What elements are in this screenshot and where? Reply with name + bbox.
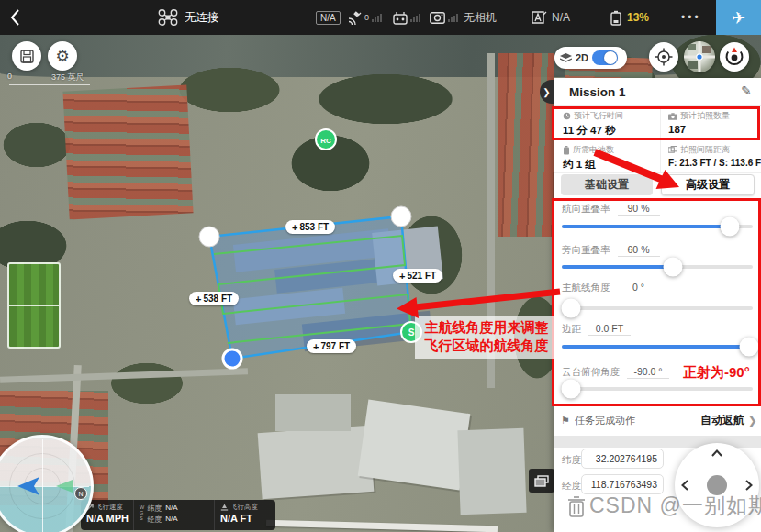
battery-icon	[563, 146, 570, 155]
back-button[interactable]	[9, 0, 20, 35]
edge-distance-label: +853 FT	[285, 220, 335, 234]
minimap-button[interactable]	[684, 41, 715, 72]
polygon-vertex-handle[interactable]	[199, 227, 219, 247]
slider-row-route-angle: 主航线角度 0 °	[562, 281, 753, 294]
svg-text:S: S	[408, 327, 415, 338]
mission-header: Mission 1 ✎	[554, 78, 761, 106]
course-overlap-slider[interactable]	[562, 225, 753, 228]
map-2d-toggle[interactable]	[592, 50, 618, 65]
edge-distance-label: +521 FT	[393, 269, 442, 283]
tab-advanced-settings[interactable]: 高级设置	[661, 174, 755, 195]
slider-row-side-overlap: 旁向重叠率 60 %	[562, 243, 753, 257]
gimbal-pitch-value[interactable]: -90.0 °	[627, 366, 669, 379]
crosshair-icon	[655, 48, 673, 66]
mission-settings-button[interactable]: ⚙	[48, 41, 77, 71]
gps-status[interactable]: 0	[347, 0, 382, 35]
route-angle-value[interactable]: 0 °	[618, 282, 660, 294]
edge-distance-label: +797 FT	[307, 339, 356, 353]
aircraft-connection[interactable]: 无连接	[158, 0, 219, 35]
dpad-right-button[interactable]	[745, 480, 753, 491]
slider-handle[interactable]	[562, 299, 581, 318]
edge-distance-label: +538 FT	[189, 292, 239, 305]
save-mission-button[interactable]	[12, 41, 41, 71]
camera-icon	[668, 113, 677, 120]
battery-status[interactable]: 13%	[610, 0, 649, 35]
map-buildings-red-nw	[62, 85, 193, 220]
annotation-route-angle-note: 主航线角度用来调整 飞行区域的航线角度	[415, 316, 558, 359]
gear-icon: ⚙	[55, 47, 69, 65]
slider-row-margin: 边距 0.0 FT	[562, 322, 753, 336]
map-mode-pill: 2D	[554, 47, 627, 69]
gimbal-pitch-slider[interactable]	[562, 387, 753, 391]
camera-icon	[430, 12, 445, 24]
save-icon	[19, 49, 35, 64]
compass-reset-button[interactable]	[720, 42, 749, 72]
side-overlap-value[interactable]: 60 %	[618, 244, 660, 257]
flight-area-polygon[interactable]	[209, 216, 411, 359]
top-status-bar: 无连接 N/A 0	[0, 0, 761, 35]
dpad-center-button[interactable]	[707, 475, 727, 495]
side-overlap-slider[interactable]	[562, 265, 753, 269]
latitude-input[interactable]: 32.202764195	[581, 449, 664, 469]
stats-row: 所需电池数 约 1 组 拍照间隔距离 F: 21.3 FT / S: 113.6…	[554, 140, 761, 173]
longitude-label: 经度	[562, 480, 581, 493]
tab-basic-settings[interactable]: 基础设置	[561, 174, 653, 195]
satellite-icon	[347, 10, 363, 25]
slider-handle[interactable]	[739, 338, 758, 357]
margin-slider[interactable]	[562, 345, 753, 349]
clock-icon	[563, 112, 571, 120]
camera-signal-status[interactable]: 无相机	[430, 0, 497, 35]
annotation-ortho-note: 正射为-90°	[683, 364, 750, 382]
gps-signal-bars	[372, 14, 382, 22]
polygon-vertex-handle-selected[interactable]	[223, 349, 241, 368]
course-overlap-value[interactable]: 90 %	[618, 203, 660, 216]
mission-panel: Mission 1 ✎ 预计飞行时间 11 分 47 秒 预计拍照数量 187 …	[554, 78, 761, 532]
longitude-input[interactable]: 118.716763493	[581, 474, 664, 494]
slider-handle[interactable]	[721, 217, 740, 237]
connection-status-label: 无连接	[185, 10, 219, 26]
map-building-white	[258, 426, 375, 499]
plus-icon: +	[196, 294, 201, 305]
battery-icon	[610, 10, 622, 26]
compass-icon	[724, 47, 744, 67]
map-building-white	[457, 428, 526, 515]
more-menu-button[interactable]: •••	[681, 0, 701, 35]
chevron-right-icon: ❯	[747, 414, 757, 427]
locate-button[interactable]	[649, 42, 678, 72]
flight-mode-status[interactable]: N/A	[531, 0, 570, 35]
photo-interval-icon	[668, 146, 677, 154]
dpad-left-button[interactable]	[681, 480, 688, 491]
plus-icon: +	[399, 271, 405, 282]
polygon-vertex-handle[interactable]	[391, 206, 411, 227]
map-building-white	[358, 400, 471, 491]
map-building-white	[275, 394, 351, 431]
camera-signal-bars	[448, 14, 458, 22]
margin-value[interactable]: 0.0 FT	[588, 323, 631, 336]
plus-icon: +	[313, 341, 319, 352]
map-view-switch-button[interactable]	[529, 469, 554, 493]
aircraft-heading-icon	[12, 472, 73, 500]
latitude-label: 纬度	[562, 454, 581, 467]
remote-controller-icon	[393, 11, 408, 25]
slider-handle[interactable]	[562, 380, 581, 399]
takeoff-button[interactable]: ✈	[716, 0, 761, 35]
dpad-up-button[interactable]	[711, 449, 722, 457]
telemetry-altitude: 飞行高度 N/A FT	[215, 500, 275, 530]
gps-count: 0	[364, 13, 369, 22]
stat-flight-time: 预计飞行时间 11 分 47 秒	[554, 106, 661, 139]
map-scale-zero: 0	[7, 72, 12, 81]
flight-mode-value: N/A	[552, 11, 570, 24]
finish-action-row[interactable]: ⚑ 任务完成动作 自动返航 ❯	[554, 409, 761, 431]
slider-handle[interactable]	[663, 258, 682, 277]
rc-signal-status[interactable]	[393, 0, 420, 35]
map-2d-label: 2D	[576, 52, 588, 63]
mission-title: Mission 1	[569, 85, 626, 99]
edit-mission-icon[interactable]: ✎	[741, 83, 752, 98]
north-badge: N	[74, 487, 87, 500]
aircraft-status-badge[interactable]: N/A	[316, 0, 341, 35]
route-angle-slider[interactable]	[562, 306, 753, 310]
map-scale: 0 375 英尺	[7, 72, 12, 81]
layers-icon	[560, 53, 572, 63]
flight-mode-icon	[531, 10, 547, 25]
telemetry-coords: WGS 纬度N/A 经度N/A	[134, 500, 215, 530]
